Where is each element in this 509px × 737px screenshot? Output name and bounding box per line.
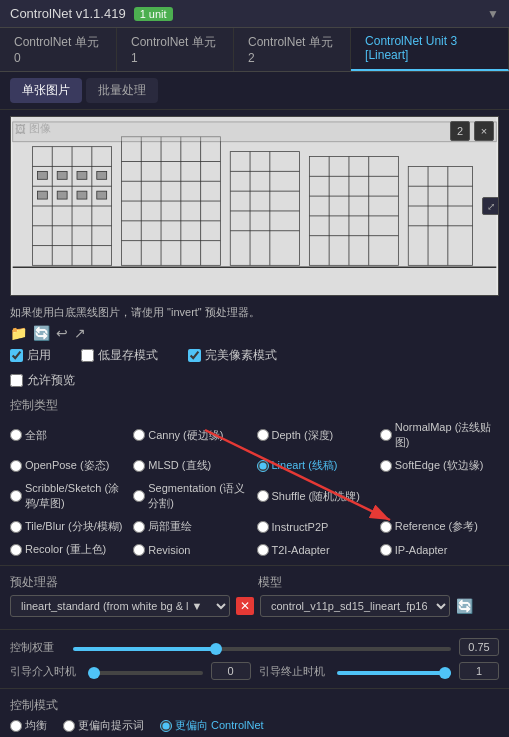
control-weight-slider-wrap bbox=[73, 640, 451, 654]
radio-scribble[interactable]: Scribble/Sketch (涂鸦/草图) bbox=[10, 481, 129, 511]
radio-lineart[interactable]: Lineart (线稿) bbox=[257, 458, 376, 473]
start-step-value[interactable] bbox=[211, 662, 251, 680]
svg-rect-15 bbox=[57, 191, 67, 199]
preprocessor-model-section: 预处理器 模型 lineart_standard (from white bg … bbox=[0, 570, 509, 625]
control-weight-label: 控制权重 bbox=[10, 640, 65, 655]
sliders-section: 控制权重 引导介入时机 引导终止时机 bbox=[0, 634, 509, 684]
zoom-icon[interactable]: ⤢ bbox=[482, 197, 499, 215]
mode-balanced[interactable]: 均衡 bbox=[10, 718, 47, 733]
image-upload-area[interactable]: 🖼 图像 2 × bbox=[10, 116, 499, 296]
control-mode-section: 控制模式 均衡 更偏向提示词 更偏向 ControlNet bbox=[0, 693, 509, 737]
radio-openpose[interactable]: OpenPose (姿态) bbox=[10, 458, 129, 473]
allow-preview-checkbox[interactable]: 允许预览 bbox=[10, 372, 75, 389]
control-weight-row: 控制权重 bbox=[10, 638, 499, 656]
end-step-slider-wrap bbox=[337, 664, 452, 678]
svg-rect-10 bbox=[37, 171, 47, 179]
low-vram-checkbox[interactable]: 低显存模式 bbox=[81, 347, 158, 364]
tab-unit-0[interactable]: ControlNet 单元 0 bbox=[0, 28, 117, 71]
svg-rect-13 bbox=[97, 171, 107, 179]
tab-unit-1[interactable]: ControlNet 单元 1 bbox=[117, 28, 234, 71]
divider-2 bbox=[0, 629, 509, 630]
end-step-value[interactable] bbox=[459, 662, 499, 680]
upload-icon[interactable]: 📁 bbox=[10, 325, 27, 341]
subtab-single[interactable]: 单张图片 bbox=[10, 78, 82, 103]
copy-icon[interactable]: 🔄 bbox=[33, 325, 50, 341]
radio-tile[interactable]: Tile/Blur (分块/模糊) bbox=[10, 519, 129, 534]
svg-rect-11 bbox=[57, 171, 67, 179]
enable-checkbox[interactable]: 启用 bbox=[10, 347, 51, 364]
tab-unit-2[interactable]: ControlNet 单元 2 bbox=[234, 28, 351, 71]
control-type-grid-3: Scribble/Sketch (涂鸦/草图) Segmentation (语义… bbox=[0, 477, 509, 515]
radio-all[interactable]: 全部 bbox=[10, 420, 129, 450]
radio-recolor[interactable]: Recolor (重上色) bbox=[10, 542, 129, 557]
mode-prompt[interactable]: 更偏向提示词 bbox=[63, 718, 144, 733]
side-icons: ⤢ bbox=[482, 197, 499, 215]
control-mode-label: 控制模式 bbox=[10, 697, 499, 714]
radio-canny[interactable]: Canny (硬边缘) bbox=[133, 420, 252, 450]
radio-normalmap[interactable]: NormalMap (法线贴图) bbox=[380, 420, 499, 450]
control-type-label: 控制类型 bbox=[0, 393, 509, 416]
preprocessor-label: 预处理器 bbox=[10, 574, 65, 591]
radio-shuffle[interactable]: Shuffle (随机洗牌) bbox=[257, 481, 376, 511]
main-content: 单张图片 批量处理 🖼 图像 2 × bbox=[0, 72, 509, 737]
radio-inpaint[interactable]: 局部重绘 bbox=[133, 519, 252, 534]
image-controls: 2 × bbox=[450, 121, 494, 141]
start-step-slider-wrap bbox=[88, 664, 203, 678]
radio-t2i[interactable]: T2I-Adapter bbox=[257, 542, 376, 557]
start-step-slider[interactable] bbox=[88, 671, 203, 675]
control-type-grid-5: Recolor (重上色) Revision T2I-Adapter IP-Ad… bbox=[0, 538, 509, 561]
subtabs-row: 单张图片 批量处理 bbox=[0, 72, 509, 110]
divider-3 bbox=[0, 688, 509, 689]
end-step-label: 引导终止时机 bbox=[259, 664, 329, 679]
svg-rect-50 bbox=[13, 122, 497, 142]
radio-ip-adapter[interactable]: IP-Adapter bbox=[380, 542, 499, 557]
title-bar: ControlNet v1.1.419 1 unit ▼ bbox=[0, 0, 509, 28]
image-close-btn[interactable]: × bbox=[474, 121, 494, 141]
start-step-label: 引导介入时机 bbox=[10, 664, 80, 679]
model-select[interactable]: control_v11p_sd15_lineart_fp16 [5 ▼ bbox=[260, 595, 450, 617]
refresh-icon[interactable]: ↩ bbox=[56, 325, 68, 341]
control-type-grid-2: OpenPose (姿态) MLSD (直线) Lineart (线稿) Sof… bbox=[0, 454, 509, 477]
radio-reference[interactable]: Reference (参考) bbox=[380, 519, 499, 534]
preprocessor-clear-btn[interactable]: ✕ bbox=[236, 597, 254, 615]
radio-instructp2p[interactable]: InstructP2P bbox=[257, 519, 376, 534]
control-type-grid-1: 全部 Canny (硬边缘) Depth (深度) NormalMap (法线贴… bbox=[0, 416, 509, 454]
model-label: 模型 bbox=[258, 574, 313, 591]
end-step-row: 引导终止时机 bbox=[259, 662, 500, 680]
svg-rect-16 bbox=[77, 191, 87, 199]
perfect-pixel-checkbox[interactable]: 完美像素模式 bbox=[188, 347, 277, 364]
radio-mlsd[interactable]: MLSD (直线) bbox=[133, 458, 252, 473]
control-weight-slider[interactable] bbox=[73, 647, 451, 651]
unit-badge: 1 unit bbox=[134, 7, 173, 21]
radio-softedge[interactable]: SoftEdge (软边缘) bbox=[380, 458, 499, 473]
control-type-grid-4: Tile/Blur (分块/模糊) 局部重绘 InstructP2P Refer… bbox=[0, 515, 509, 538]
subtab-batch[interactable]: 批量处理 bbox=[86, 78, 158, 103]
control-mode-radios: 均衡 更偏向提示词 更偏向 ControlNet bbox=[10, 718, 499, 733]
preprocessor-row: 预处理器 模型 bbox=[10, 574, 499, 591]
collapse-arrow[interactable]: ▼ bbox=[487, 7, 499, 21]
svg-rect-14 bbox=[37, 191, 47, 199]
start-step-row: 引导介入时机 bbox=[10, 662, 251, 680]
radio-revision[interactable]: Revision bbox=[133, 542, 252, 557]
end-step-slider[interactable] bbox=[337, 671, 452, 675]
model-refresh-btn[interactable]: 🔄 bbox=[456, 598, 473, 614]
control-weight-value[interactable] bbox=[459, 638, 499, 656]
svg-rect-12 bbox=[77, 171, 87, 179]
hint-text: 如果使用白底黑线图片，请使用 "invert" 预处理器。 bbox=[0, 302, 509, 323]
arrow-icon[interactable]: ↗ bbox=[74, 325, 86, 341]
image-label: 🖼 图像 bbox=[15, 121, 51, 136]
svg-rect-17 bbox=[97, 191, 107, 199]
divider-1 bbox=[0, 565, 509, 566]
toolbar-row: 📁 🔄 ↩ ↗ bbox=[0, 323, 509, 343]
image-btn-2[interactable]: 2 bbox=[450, 121, 470, 141]
preprocessor-controls-row: lineart_standard (from white bg & l ▼ ✕ … bbox=[10, 595, 499, 617]
radio-depth[interactable]: Depth (深度) bbox=[257, 420, 376, 450]
checkboxes-row-1: 启用 低显存模式 完美像素模式 bbox=[0, 343, 509, 368]
radio-segmentation[interactable]: Segmentation (语义分割) bbox=[133, 481, 252, 511]
app-title: ControlNet v1.1.419 bbox=[10, 6, 126, 21]
tab-unit-3[interactable]: ControlNet Unit 3 [Lineart] bbox=[351, 28, 509, 71]
preprocessor-select[interactable]: lineart_standard (from white bg & l ▼ bbox=[10, 595, 230, 617]
main-tabs: ControlNet 单元 0 ControlNet 单元 1 ControlN… bbox=[0, 28, 509, 72]
mode-controlnet[interactable]: 更偏向 ControlNet bbox=[160, 718, 264, 733]
checkboxes-row-2: 允许预览 bbox=[0, 368, 509, 393]
